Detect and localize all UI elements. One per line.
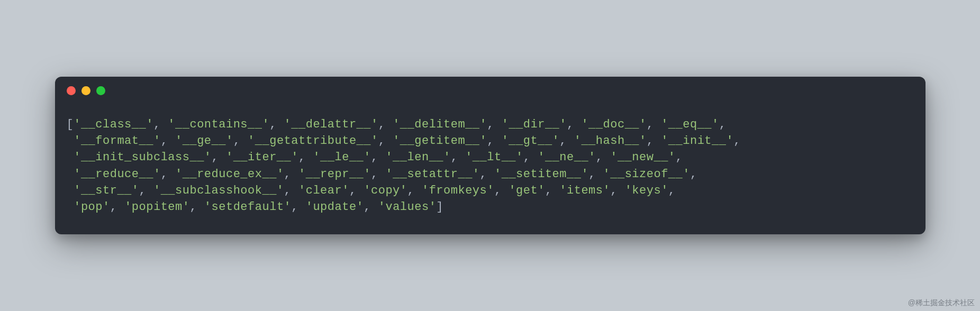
watermark-text: @稀土掘金技术社区 bbox=[908, 298, 975, 308]
window-title-bar bbox=[55, 77, 925, 100]
minimize-icon[interactable] bbox=[81, 86, 90, 95]
terminal-content: ['__class__', '__contains__', '__delattr… bbox=[55, 100, 925, 234]
maximize-icon[interactable] bbox=[96, 86, 105, 95]
close-icon[interactable] bbox=[67, 86, 76, 95]
python-output: ['__class__', '__contains__', '__delattr… bbox=[67, 116, 914, 215]
terminal-window: ['__class__', '__contains__', '__delattr… bbox=[55, 77, 925, 234]
